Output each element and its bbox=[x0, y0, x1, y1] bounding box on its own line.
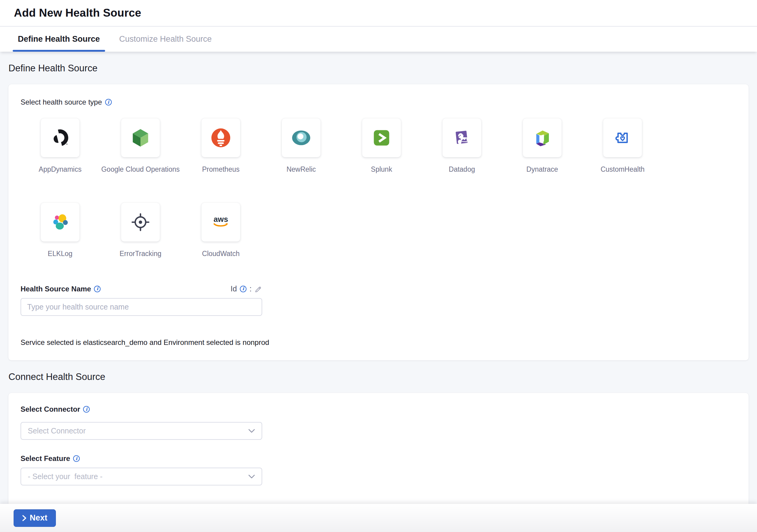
add-health-source-screen: Add New Health Source Define Health Sour… bbox=[0, 0, 757, 532]
health-source-option-label: ELKLog bbox=[48, 249, 73, 258]
select-type-info-icon[interactable] bbox=[105, 99, 112, 106]
select-connector-info-icon[interactable] bbox=[83, 406, 90, 413]
health-source-option-label: ErrorTracking bbox=[120, 249, 161, 258]
gco-card[interactable] bbox=[121, 118, 160, 157]
errortracking-icon bbox=[129, 211, 152, 234]
health-source-option-prometheus[interactable]: Prometheus bbox=[181, 118, 260, 173]
datadog-card[interactable] bbox=[442, 118, 481, 157]
health-source-grid: AppDynamics Google Cloud Operations Prom… bbox=[20, 118, 740, 258]
elklog-icon bbox=[49, 211, 71, 234]
health-source-option-customhealth[interactable]: CustomHealth bbox=[583, 118, 662, 173]
newrelic-card[interactable] bbox=[282, 118, 320, 157]
appdynamics-icon bbox=[49, 127, 71, 149]
id-label: Id bbox=[230, 284, 237, 293]
customhealth-card[interactable] bbox=[603, 118, 642, 157]
health-source-name-input[interactable] bbox=[20, 298, 262, 316]
connect-section-heading: Connect Health Source bbox=[9, 371, 748, 382]
health-source-option-appdynamics[interactable]: AppDynamics bbox=[20, 118, 100, 173]
elklog-card[interactable] bbox=[41, 203, 79, 241]
chevron-down-icon bbox=[248, 429, 255, 433]
health-source-option-label: Datadog bbox=[449, 165, 475, 173]
health-source-option-cloudwatch[interactable]: aws CloudWatch bbox=[181, 203, 260, 258]
tab-define-health-source[interactable]: Define Health Source bbox=[13, 27, 105, 52]
feature-select[interactable]: - Select your feature - bbox=[20, 468, 262, 485]
chevron-right-icon bbox=[22, 515, 27, 521]
cloudwatch-icon: aws bbox=[210, 211, 232, 234]
next-button[interactable]: Next bbox=[14, 509, 56, 527]
prometheus-card[interactable] bbox=[201, 118, 240, 157]
health-source-name-row: Health Source Name Id : bbox=[20, 284, 262, 293]
health-source-name-info-icon[interactable] bbox=[94, 286, 101, 292]
health-source-option-label: NewRelic bbox=[287, 165, 316, 173]
define-health-source-card: Select health source type AppDynamics Go… bbox=[9, 84, 748, 360]
next-button-label: Next bbox=[30, 513, 47, 523]
connect-health-source-card: Select Connector Select Connector Select… bbox=[9, 393, 748, 523]
health-source-name-label: Health Source Name bbox=[20, 285, 91, 293]
tab-bar: Define Health Source Customize Health So… bbox=[0, 27, 757, 52]
errortracking-card[interactable] bbox=[121, 203, 160, 241]
health-source-option-label: AppDynamics bbox=[39, 165, 81, 173]
health-source-option-dynatrace[interactable]: Dynatrace bbox=[503, 118, 582, 173]
select-feature-label: Select Feature bbox=[20, 454, 70, 463]
health-source-option-datadog[interactable]: Datadog bbox=[422, 118, 501, 173]
dynatrace-icon bbox=[531, 127, 553, 149]
health-source-option-label: CustomHealth bbox=[600, 165, 645, 173]
health-source-option-label: Splunk bbox=[371, 165, 392, 173]
appdynamics-card[interactable] bbox=[41, 118, 79, 157]
page-title: Add New Health Source bbox=[14, 7, 141, 19]
health-source-option-gco[interactable]: Google Cloud Operations bbox=[101, 118, 180, 173]
select-feature-info-icon[interactable] bbox=[73, 455, 80, 462]
tab-customize-label: Customize Health Source bbox=[119, 34, 212, 44]
prometheus-icon bbox=[210, 127, 232, 149]
id-info-icon[interactable] bbox=[240, 286, 247, 292]
health-source-option-label: Google Cloud Operations bbox=[101, 165, 180, 173]
connector-select[interactable]: Select Connector bbox=[20, 422, 262, 440]
footer-bar: Next bbox=[0, 504, 757, 532]
svg-text:aws: aws bbox=[214, 215, 228, 223]
splunk-icon bbox=[370, 127, 393, 149]
customhealth-icon bbox=[611, 127, 634, 149]
define-section-heading: Define Health Source bbox=[9, 63, 748, 74]
select-connector-label: Select Connector bbox=[20, 405, 80, 414]
health-source-option-label: Prometheus bbox=[202, 165, 240, 173]
feature-select-placeholder: - Select your feature - bbox=[28, 472, 103, 481]
health-source-option-elklog[interactable]: ELKLog bbox=[20, 203, 100, 258]
connector-select-placeholder: Select Connector bbox=[28, 426, 86, 435]
id-group: Id : bbox=[230, 284, 262, 293]
cloudwatch-card[interactable]: aws bbox=[201, 203, 240, 241]
health-source-option-label: Dynatrace bbox=[527, 165, 558, 173]
health-source-option-label: CloudWatch bbox=[202, 249, 240, 258]
service-environment-note: Service selected is elasticsearch_demo a… bbox=[20, 338, 740, 346]
tab-customize-health-source[interactable]: Customize Health Source bbox=[114, 27, 217, 52]
datadog-icon bbox=[451, 127, 473, 149]
active-tab-indicator bbox=[13, 50, 105, 52]
page-content: Define Health Source Select health sourc… bbox=[0, 63, 757, 523]
select-type-label: Select health source type bbox=[20, 98, 102, 107]
page-header: Add New Health Source bbox=[0, 0, 757, 27]
health-source-option-newrelic[interactable]: NewRelic bbox=[261, 118, 341, 173]
splunk-card[interactable] bbox=[362, 118, 401, 157]
edit-id-icon[interactable] bbox=[255, 285, 262, 293]
health-source-option-splunk[interactable]: Splunk bbox=[342, 118, 421, 173]
newrelic-icon bbox=[290, 127, 312, 149]
chevron-down-icon bbox=[248, 475, 255, 479]
tab-define-label: Define Health Source bbox=[18, 34, 100, 44]
gco-icon bbox=[129, 127, 152, 149]
id-colon: : bbox=[250, 284, 252, 293]
dynatrace-card[interactable] bbox=[523, 118, 561, 157]
health-source-option-errortracking[interactable]: ErrorTracking bbox=[101, 203, 180, 258]
